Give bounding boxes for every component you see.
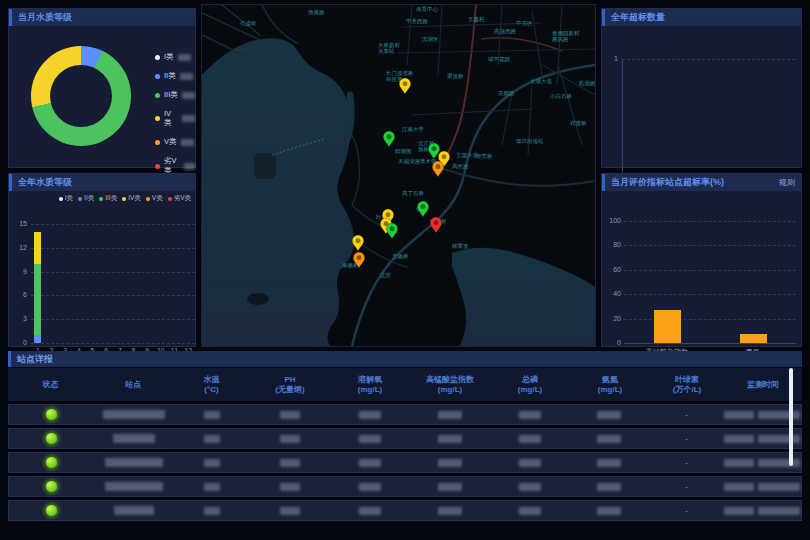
redacted-value bbox=[204, 459, 220, 467]
redacted-value bbox=[438, 411, 462, 419]
rate-bar-高锰酸盐指数[interactable] bbox=[654, 310, 681, 343]
column-header-5: 溶解氧(mg/L) bbox=[330, 375, 410, 395]
y-tick-label: 20 bbox=[604, 315, 621, 323]
cell-col-5 bbox=[330, 507, 410, 515]
cell-col-2 bbox=[94, 410, 174, 419]
redacted-site-name bbox=[103, 410, 165, 419]
panel-title-exceed-rate: 当月评价指标站点超标率(%) bbox=[611, 176, 724, 189]
redacted-value bbox=[359, 507, 381, 515]
redacted-value bbox=[280, 435, 300, 443]
cell-col-6 bbox=[410, 483, 490, 491]
cell-col-9: - bbox=[649, 434, 723, 443]
legend-item-I类[interactable]: I类 bbox=[155, 52, 195, 62]
redacted-value bbox=[184, 163, 195, 170]
map-place-label: 沈宫 bbox=[380, 272, 392, 279]
gridline bbox=[624, 221, 796, 222]
map-place-label: 吉杨桥 bbox=[392, 253, 409, 260]
legend-item-IV类[interactable]: IV类 bbox=[155, 109, 195, 128]
panel-month-quality-header: 当月水质等级 bbox=[9, 9, 195, 26]
map-place-label: 高区路 bbox=[452, 163, 469, 169]
gridline bbox=[624, 245, 796, 246]
redacted-value bbox=[597, 411, 621, 419]
redacted-time bbox=[758, 483, 800, 491]
cell-col-1 bbox=[9, 456, 94, 469]
map[interactable]: 石皮岭渔港路大桥新村火车站体育中心中美西路五星村中吴区滨湖区高浪西路春潮园新村惠… bbox=[201, 4, 596, 347]
map-place-label: 小白石桥 bbox=[549, 93, 573, 100]
cell-col-7 bbox=[490, 411, 570, 419]
legend-label: IV类 bbox=[164, 109, 178, 128]
donut-hole bbox=[50, 65, 112, 127]
y-tick-label: 6 bbox=[11, 291, 27, 299]
cell-col-8 bbox=[570, 483, 650, 491]
y-tick-label: 9 bbox=[11, 268, 27, 276]
legend-item-II类[interactable]: II类 bbox=[155, 71, 195, 81]
redacted-value bbox=[438, 483, 462, 491]
stacked-bar-segment[interactable] bbox=[34, 232, 41, 264]
legend-item-III类[interactable]: III类 bbox=[155, 90, 195, 100]
column-header-1: 状态 bbox=[8, 380, 93, 390]
map-place-label: 滨湖区 bbox=[422, 36, 439, 43]
cell-col-1 bbox=[9, 480, 94, 493]
table-row[interactable]: - bbox=[8, 476, 802, 497]
y-tick-label: 0 bbox=[11, 339, 27, 347]
column-header-7: 总磷(mg/L) bbox=[490, 375, 570, 395]
station-table-titlebar: 站点详报 bbox=[8, 351, 802, 367]
table-row[interactable]: - bbox=[8, 500, 802, 521]
rules-link[interactable]: 规则 bbox=[779, 177, 795, 188]
table-header-row: 状态站点水温(°C)PH(无量纲)溶解氧(mg/L)高锰酸盐指数(mg/L)总磷… bbox=[8, 368, 802, 401]
cell-col-1 bbox=[9, 432, 94, 445]
map-island bbox=[247, 293, 269, 305]
cell-col-5 bbox=[330, 483, 410, 491]
y-tick-label: 40 bbox=[604, 290, 621, 298]
cell-col-9: - bbox=[649, 482, 723, 491]
status-dot bbox=[45, 408, 58, 421]
cell-col-8 bbox=[570, 459, 650, 467]
legend-dot bbox=[155, 164, 160, 169]
redacted-value bbox=[280, 483, 300, 491]
map-place-label: 渔港路 bbox=[308, 9, 325, 16]
stacked-bar-segment[interactable] bbox=[34, 264, 41, 335]
map-place-label: 寿安桥 bbox=[476, 153, 493, 159]
cell-col-6 bbox=[410, 507, 490, 515]
redacted-date bbox=[724, 507, 754, 515]
legend-dot bbox=[155, 55, 160, 60]
cell-col-2 bbox=[94, 458, 174, 467]
legend-dot bbox=[155, 116, 160, 121]
map-park bbox=[254, 153, 276, 179]
redacted-value bbox=[519, 459, 541, 467]
map-place-label: 吴都路 bbox=[498, 90, 515, 97]
redacted-site-name bbox=[105, 458, 163, 467]
column-header-6: 高锰酸盐指数(mg/L) bbox=[410, 375, 490, 395]
column-header-9: 叶绿素(万个/L) bbox=[650, 375, 724, 395]
map-place-label: 立国大道 bbox=[456, 152, 479, 159]
y-tick-label: 3 bbox=[11, 315, 27, 323]
chlorophyll-value: - bbox=[685, 506, 688, 515]
legend-label: I类 bbox=[164, 52, 174, 62]
cell-col-8 bbox=[570, 507, 650, 515]
table-row[interactable]: - bbox=[8, 404, 802, 425]
gridline bbox=[622, 59, 795, 60]
redacted-value bbox=[597, 435, 621, 443]
panel-year-exceed: 全年超标数量 10123456789101112 bbox=[601, 8, 802, 168]
map-place-label: 中吴区 bbox=[516, 20, 533, 26]
cell-col-9: - bbox=[649, 506, 723, 515]
status-dot bbox=[45, 456, 58, 469]
cell-col-9: - bbox=[649, 410, 723, 419]
table-row[interactable]: - bbox=[8, 452, 802, 473]
table-scrollbar[interactable] bbox=[789, 368, 793, 466]
y-tick-label: 15 bbox=[11, 220, 27, 228]
map-place-label: 城中花园 bbox=[487, 56, 510, 63]
table-row[interactable]: - bbox=[8, 428, 802, 449]
stacked-bar-segment[interactable] bbox=[34, 335, 41, 343]
redacted-value bbox=[519, 507, 541, 515]
legend-item-V类[interactable]: V类 bbox=[155, 137, 195, 147]
redacted-time bbox=[758, 459, 800, 467]
redacted-value bbox=[359, 483, 381, 491]
rate-bar-氨氮[interactable] bbox=[740, 334, 767, 343]
cell-col-5 bbox=[330, 459, 410, 467]
cell-col-7 bbox=[490, 435, 570, 443]
y-axis-line bbox=[622, 59, 623, 178]
y-tick-label: 100 bbox=[604, 217, 621, 225]
cell-col-6 bbox=[410, 435, 490, 443]
panel-title-month-quality: 当月水质等级 bbox=[18, 11, 72, 24]
